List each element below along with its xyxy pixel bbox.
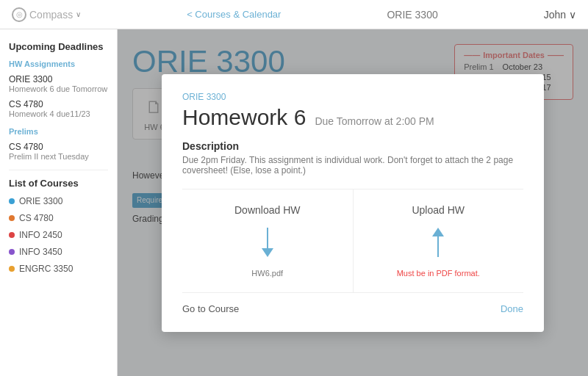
- modal-description-text: Due 2pm Friday. This assignment is indiv…: [182, 155, 523, 176]
- compass-icon: ◎: [12, 7, 26, 22]
- modal-footer: Go to Course Done: [182, 303, 523, 314]
- prelim-item-cs[interactable]: CS 4780 Prelim II next Tuesday: [9, 140, 108, 162]
- course-dot-info3450: [9, 249, 15, 255]
- course-item-info3450[interactable]: INFO 3450: [9, 245, 108, 258]
- course-item-info2450[interactable]: INFO 2450: [9, 228, 108, 242]
- upload-arrow-icon: [429, 228, 447, 257]
- course-name-info3450: INFO 3450: [19, 247, 62, 257]
- course-dot-cs: [9, 215, 15, 221]
- upload-arrowhead: [432, 228, 444, 236]
- course-item-cs[interactable]: CS 4780: [9, 212, 108, 225]
- download-filename[interactable]: HW6.pdf: [251, 269, 283, 278]
- course-name-orie: ORIE 3300: [19, 196, 62, 206]
- content-area: ORIE 3300 Important Dates Prelim 1 Preli…: [118, 29, 588, 376]
- course-dot-orie: [9, 198, 15, 204]
- top-navigation: ◎ Compass ∨ < Courses & Calendar ORIE 33…: [0, 0, 588, 29]
- modal-course-label: ORIE 3300: [182, 92, 523, 102]
- done-button[interactable]: Done: [501, 303, 523, 314]
- modal-overlay: ORIE 3300 Homework 6 Due Tomorrow at 2:0…: [118, 29, 588, 376]
- upload-note: Must be in PDF format.: [397, 269, 480, 278]
- download-shaft: [267, 228, 268, 248]
- hw-item-orie[interactable]: ORIE 3300 Homework 6 due Tomorrow: [9, 73, 108, 95]
- modal-due: Due Tomorrow at 2:00 PM: [315, 115, 434, 127]
- upload-shaft: [437, 236, 439, 257]
- modal: ORIE 3300 Homework 6 Due Tomorrow at 2:0…: [162, 74, 544, 332]
- upcoming-deadlines-title: Upcoming Deadlines: [9, 41, 108, 52]
- download-col: Download HW HW6.pdf: [182, 189, 354, 292]
- hw-item-cs-course: CS 4780: [9, 99, 108, 109]
- modal-description-title: Description: [182, 140, 523, 152]
- hw-item-cs[interactable]: CS 4780 Homework 4 due11/23: [9, 98, 108, 120]
- course-dot-info2450: [9, 232, 15, 238]
- nav-back[interactable]: < Courses & Calendar: [187, 9, 281, 20]
- sidebar: Upcoming Deadlines HW Assignments ORIE 3…: [0, 29, 118, 376]
- course-name-cs: CS 4780: [19, 213, 54, 223]
- upload-col: Upload HW Must be in PDF format.: [354, 189, 524, 292]
- download-arrowhead: [262, 248, 273, 257]
- modal-title-row: Homework 6 Due Tomorrow at 2:00 PM: [182, 105, 523, 130]
- user-menu[interactable]: John ∨: [544, 9, 576, 21]
- compass-chevron: ∨: [76, 10, 81, 18]
- course-item-engrc[interactable]: ENGRC 3350: [9, 262, 108, 275]
- course-dot-engrc: [9, 266, 15, 272]
- prelim-item-cs-detail: Prelim II next Tuesday: [9, 152, 108, 161]
- hw-item-cs-detail: Homework 4 due11/23: [9, 109, 108, 118]
- hw-assignments-label: HW Assignments: [9, 59, 108, 68]
- sidebar-divider: [9, 170, 108, 170]
- prelims-label: Prelims: [9, 127, 108, 136]
- modal-actions: Download HW HW6.pdf Upload HW: [182, 189, 523, 293]
- compass-logo[interactable]: ◎ Compass ∨: [12, 7, 81, 22]
- hw-item-orie-detail: Homework 6 due Tomorrow: [9, 84, 108, 93]
- prelim-item-cs-course: CS 4780: [9, 142, 108, 152]
- modal-title: Homework 6: [182, 105, 306, 130]
- course-item-orie[interactable]: ORIE 3300: [9, 195, 108, 208]
- download-arrow-icon: [259, 228, 276, 257]
- go-to-course-button[interactable]: Go to Course: [182, 303, 239, 314]
- download-title: Download HW: [234, 204, 300, 216]
- course-name-engrc: ENGRC 3350: [19, 264, 73, 274]
- upload-title: Upload HW: [412, 204, 465, 216]
- course-name-info2450: INFO 2450: [19, 230, 62, 240]
- list-of-courses-title: List of Courses: [9, 178, 108, 189]
- nav-course-label: ORIE 3300: [387, 9, 437, 21]
- compass-label: Compass: [29, 9, 73, 21]
- main-layout: Upcoming Deadlines HW Assignments ORIE 3…: [0, 29, 588, 376]
- hw-item-orie-course: ORIE 3300: [9, 74, 108, 84]
